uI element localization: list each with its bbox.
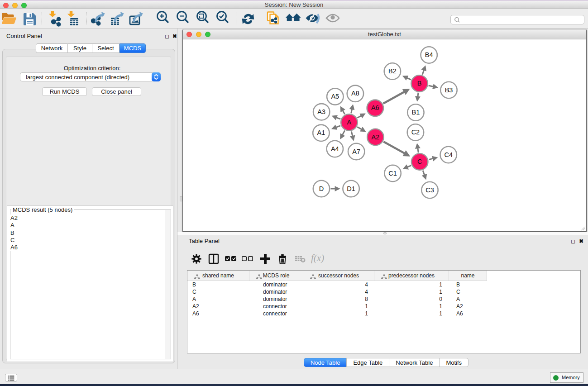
- svg-text:A8: A8: [351, 90, 359, 97]
- svg-text:A7: A7: [352, 148, 360, 155]
- svg-text:D: D: [319, 185, 324, 192]
- svg-text:A4: A4: [331, 145, 339, 152]
- svg-text:C2: C2: [411, 129, 420, 136]
- svg-text:B2: B2: [388, 67, 397, 75]
- svg-text:B3: B3: [445, 86, 453, 94]
- svg-text:B: B: [417, 80, 422, 87]
- svg-text:B1: B1: [412, 109, 420, 116]
- svg-text:A1: A1: [317, 129, 325, 136]
- svg-text:B4: B4: [425, 51, 433, 58]
- svg-text:C4: C4: [444, 151, 453, 158]
- svg-text:C3: C3: [425, 186, 434, 194]
- svg-text:A5: A5: [331, 93, 339, 100]
- svg-text:A6: A6: [371, 104, 379, 111]
- svg-text:A: A: [347, 119, 352, 126]
- svg-text:C1: C1: [388, 170, 397, 177]
- svg-text:C: C: [417, 158, 422, 165]
- svg-text:D1: D1: [347, 185, 355, 192]
- svg-text:A2: A2: [372, 133, 380, 141]
- svg-text:A3: A3: [317, 108, 325, 115]
